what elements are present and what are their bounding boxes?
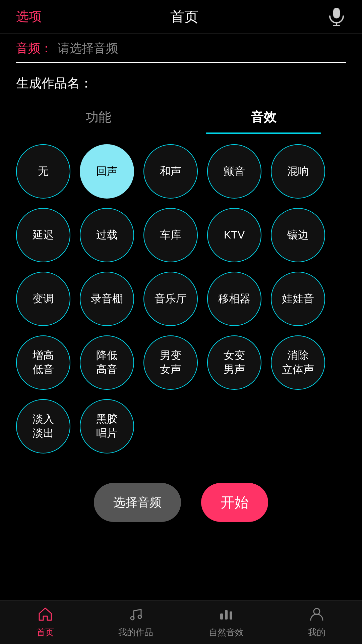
effect-garage[interactable]: 车库 — [143, 208, 198, 262]
effect-harmony[interactable]: 和声 — [143, 144, 198, 199]
effect-boost-bass[interactable]: 增高 低音 — [16, 335, 70, 390]
options-button[interactable]: 选项 — [16, 8, 42, 25]
person-icon — [309, 607, 324, 624]
svg-point-8 — [314, 608, 320, 614]
nav-works-label: 我的作品 — [118, 627, 153, 638]
effect-ktv[interactable]: KTV — [207, 208, 261, 262]
audio-section: 音频： 请选择音频 — [0, 40, 362, 63]
effect-reverb[interactable]: 混响 — [271, 144, 325, 199]
tabs-container: 功能 音效 — [16, 102, 346, 134]
effect-delay[interactable]: 延迟 — [16, 208, 70, 262]
svg-rect-6 — [225, 610, 228, 620]
audio-label: 音频： — [16, 40, 52, 57]
nav-home[interactable]: 首页 — [0, 607, 90, 638]
effects-row-2: 延迟 过载 车库 KTV 镶边 — [16, 208, 346, 262]
mic-icon — [329, 7, 344, 26]
header: 选项 首页 — [0, 0, 362, 34]
effects-row-4: 增高 低音 降低 高音 男变 女声 女变 男声 消除 立体声 — [16, 335, 346, 390]
audio-placeholder: 请选择音频 — [58, 40, 118, 57]
svg-point-4 — [138, 615, 141, 619]
music-icon — [128, 607, 143, 624]
effect-echo[interactable]: 回声 — [80, 144, 134, 199]
select-audio-button[interactable]: 选择音频 — [94, 483, 181, 522]
nav-works[interactable]: 我的作品 — [90, 607, 181, 638]
effect-remove-stereo[interactable]: 消除 立体声 — [271, 335, 325, 390]
svg-rect-7 — [230, 611, 232, 620]
effect-none[interactable]: 无 — [16, 144, 70, 199]
effect-female-to-male[interactable]: 女变 男声 — [207, 335, 261, 390]
tab-function[interactable]: 功能 — [16, 102, 181, 134]
effects-grid: 无 回声 和声 颤音 混响 延迟 过载 车库 KTV 镶边 变调 录音棚 音乐厅… — [0, 134, 362, 470]
effects-row-1: 无 回声 和声 颤音 混响 — [16, 144, 346, 199]
effects-row-5: 淡入 淡出 黑胶 唱片 — [16, 399, 346, 453]
effect-pitch[interactable]: 变调 — [16, 272, 70, 326]
effect-overdrive[interactable]: 过载 — [80, 208, 134, 262]
home-icon — [38, 607, 53, 624]
start-button[interactable]: 开始 — [201, 483, 268, 522]
svg-rect-5 — [220, 613, 223, 620]
effect-hall[interactable]: 音乐厅 — [143, 272, 198, 326]
effect-vinyl[interactable]: 黑胶 唱片 — [80, 399, 134, 453]
effects-row-3: 变调 录音棚 音乐厅 移相器 娃娃音 — [16, 272, 346, 326]
nav-effects-label: 自然音效 — [209, 627, 244, 638]
nav-effects[interactable]: 自然音效 — [181, 607, 272, 638]
effect-baby[interactable]: 娃娃音 — [271, 272, 325, 326]
effect-studio[interactable]: 录音棚 — [80, 272, 134, 326]
svg-rect-0 — [333, 8, 340, 18]
bottom-nav: 首页 我的作品 自然音效 我的 — [0, 600, 362, 644]
mic-button[interactable] — [327, 7, 346, 26]
nav-me-label: 我的 — [308, 627, 325, 638]
effect-reduce-treble[interactable]: 降低 高音 — [80, 335, 134, 390]
effect-fade[interactable]: 淡入 淡出 — [16, 399, 70, 453]
page-title: 首页 — [170, 7, 198, 26]
audio-select-row[interactable]: 音频： 请选择音频 — [16, 40, 346, 63]
effect-tremolo[interactable]: 颤音 — [207, 144, 261, 199]
action-row: 选择音频 开始 — [0, 473, 362, 535]
work-name-label: 生成作品名： — [16, 76, 93, 90]
effect-male-to-female[interactable]: 男变 女声 — [143, 335, 198, 390]
effect-phaser[interactable]: 移相器 — [207, 272, 261, 326]
svg-point-3 — [131, 616, 134, 620]
bars-icon — [219, 607, 234, 624]
work-name-section: 生成作品名： — [0, 63, 362, 95]
tab-effect[interactable]: 音效 — [181, 102, 346, 134]
nav-me[interactable]: 我的 — [272, 607, 362, 638]
effect-border[interactable]: 镶边 — [271, 208, 325, 262]
nav-home-label: 首页 — [37, 627, 54, 638]
